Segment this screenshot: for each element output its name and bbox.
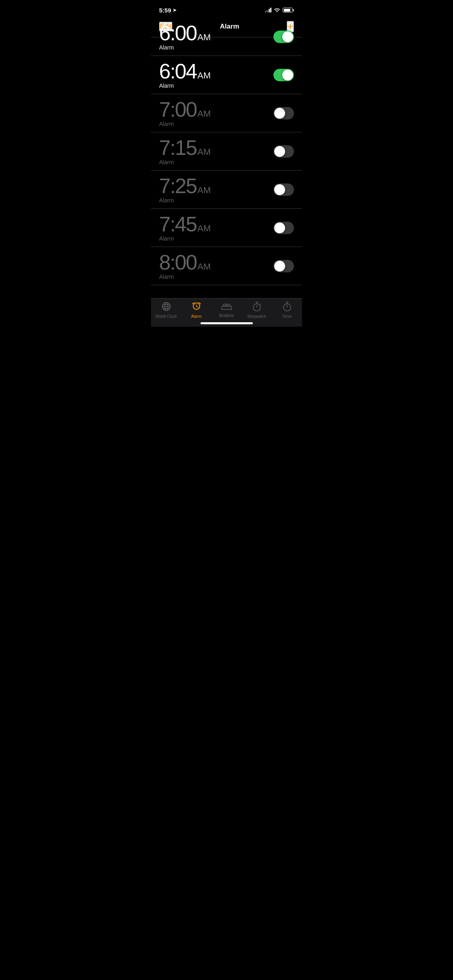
alarm-ampm: AM xyxy=(197,148,211,156)
alarm-info: 8:00AMAlarm xyxy=(159,252,273,280)
alarm-time-main: 6:00 xyxy=(159,23,197,43)
alarm-time-main: 7:25 xyxy=(159,175,197,196)
alarm-toggle[interactable] xyxy=(273,69,294,81)
alarm-info: 6:00AMAlarm xyxy=(159,23,273,51)
alarm-label: Alarm xyxy=(159,274,273,280)
world-clock-icon xyxy=(161,302,171,313)
alarm-time-display: 7:25AM xyxy=(159,175,273,196)
alarm-item[interactable]: 8:00AMAlarm xyxy=(151,247,302,285)
alarm-time-display: 7:45AM xyxy=(159,214,273,235)
toggle-knob xyxy=(274,184,285,195)
alarm-time-display: 6:04AM xyxy=(159,61,273,82)
tab-stopwatch[interactable]: Stopwatch xyxy=(242,302,272,319)
tab-timer[interactable]: Timer xyxy=(272,302,302,319)
home-indicator xyxy=(201,322,253,324)
svg-line-14 xyxy=(260,304,261,305)
alarm-time-display: 7:15AM xyxy=(159,137,273,158)
alarm-time-main: 8:00 xyxy=(159,252,197,273)
alarm-item[interactable]: 6:00AMAlarm xyxy=(151,18,302,56)
signal-icon xyxy=(265,8,272,12)
alarm-item[interactable]: 6:04AMAlarm xyxy=(151,56,302,94)
bedtime-label: Bedtime xyxy=(219,313,234,318)
toggle-knob xyxy=(274,146,285,157)
alarm-item[interactable]: 7:00AMAlarm xyxy=(151,94,302,132)
status-bar: 5:59 ➤ xyxy=(151,0,302,18)
alarm-toggle[interactable] xyxy=(273,107,294,119)
alarm-time-main: 6:04 xyxy=(159,61,197,82)
timer-icon xyxy=(283,302,292,313)
alarm-ampm: AM xyxy=(197,33,211,42)
toggle-knob xyxy=(274,261,285,272)
alarm-list: 6:00AMAlarm6:04AMAlarm7:00AMAlarm7:15AMA… xyxy=(151,18,302,293)
alarm-time-main: 7:15 xyxy=(159,137,197,158)
alarm-icon xyxy=(192,302,201,313)
alarm-label: Alarm xyxy=(159,82,273,89)
toggle-knob xyxy=(282,31,293,42)
alarm-time-display: 6:00AM xyxy=(159,23,273,43)
battery-icon xyxy=(283,8,294,12)
alarm-info: 7:25AMAlarm xyxy=(159,175,273,204)
alarm-info: 7:00AMAlarm xyxy=(159,99,273,127)
alarm-toggle[interactable] xyxy=(273,222,294,234)
alarm-info: 6:04AMAlarm xyxy=(159,61,273,89)
alarm-time-main: 7:45 xyxy=(159,214,197,235)
tab-bedtime[interactable]: Bedtime xyxy=(211,302,242,318)
alarm-toggle[interactable] xyxy=(273,31,294,43)
toggle-knob xyxy=(274,108,285,119)
alarm-label: Alarm xyxy=(159,235,273,242)
alarm-label: Alarm xyxy=(159,159,273,165)
bedtime-icon xyxy=(221,302,232,312)
alarm-item[interactable]: 7:25AMAlarm xyxy=(151,171,302,209)
alarm-item[interactable]: 7:15AMAlarm xyxy=(151,132,302,171)
stopwatch-label: Stopwatch xyxy=(247,314,266,319)
location-arrow-icon: ➤ xyxy=(173,8,176,13)
alarm-ampm: AM xyxy=(197,224,211,233)
alarm-ampm: AM xyxy=(197,71,211,80)
alarm-time-main: 7:00 xyxy=(159,99,197,120)
stopwatch-icon xyxy=(252,302,261,313)
alarm-ampm: AM xyxy=(197,262,211,271)
tab-alarm[interactable]: Alarm xyxy=(181,302,211,319)
toggle-knob xyxy=(274,222,285,233)
alarm-label: Alarm xyxy=(159,121,273,127)
alarm-item[interactable]: 7:45AMAlarm xyxy=(151,209,302,247)
alarm-time-display: 8:00AM xyxy=(159,252,273,273)
svg-rect-6 xyxy=(223,304,226,306)
alarm-info: 7:15AMAlarm xyxy=(159,137,273,165)
alarm-toggle[interactable] xyxy=(273,183,294,196)
alarm-tab-label: Alarm xyxy=(191,314,201,319)
alarm-label: Alarm xyxy=(159,197,273,204)
alarm-toggle[interactable] xyxy=(273,260,294,272)
alarm-ampm: AM xyxy=(197,109,211,118)
alarm-toggle[interactable] xyxy=(273,145,294,158)
toggle-knob xyxy=(282,70,293,80)
status-icons xyxy=(265,7,294,13)
tab-world-clock[interactable]: World Clock xyxy=(151,302,181,319)
timer-label: Timer xyxy=(282,314,292,319)
svg-rect-7 xyxy=(227,304,230,306)
time-display: 5:59 xyxy=(159,7,171,14)
status-time: 5:59 ➤ xyxy=(159,7,176,14)
world-clock-label: World Clock xyxy=(155,314,177,319)
wifi-icon xyxy=(274,7,280,13)
svg-rect-5 xyxy=(222,306,232,309)
alarm-info: 7:45AMAlarm xyxy=(159,214,273,242)
alarm-time-display: 7:00AM xyxy=(159,99,273,120)
alarm-label: Alarm xyxy=(159,44,273,51)
alarm-ampm: AM xyxy=(197,186,211,195)
